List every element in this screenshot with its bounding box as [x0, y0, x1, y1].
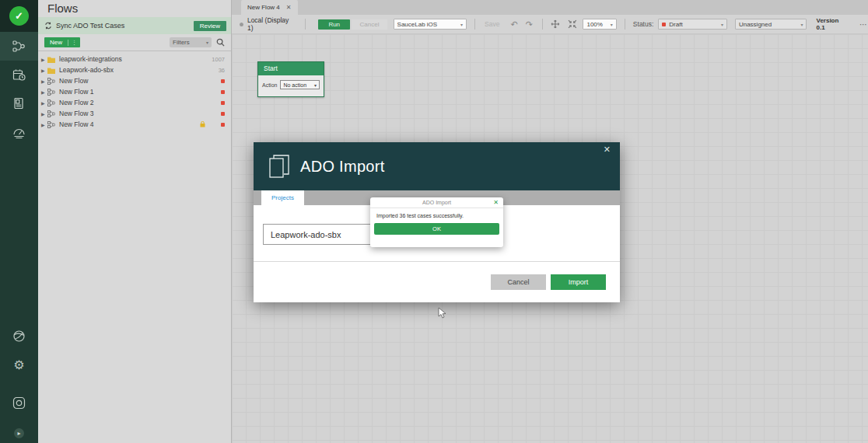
- lock-icon: [200, 121, 205, 127]
- status-label: Status:: [633, 20, 653, 28]
- flow-icon: [47, 89, 55, 96]
- flows-icon: [12, 40, 26, 53]
- close-dialog-icon[interactable]: ✕: [493, 199, 499, 206]
- ok-button[interactable]: OK: [374, 223, 499, 235]
- device-dropdown-value: SauceLab iOS: [397, 21, 438, 28]
- sidebar-item-dashboard[interactable]: [0, 118, 38, 147]
- run-button[interactable]: Run: [318, 19, 350, 30]
- caret-icon[interactable]: ▶: [41, 89, 47, 95]
- sync-banner: Sync ADO Test Cases Review: [38, 17, 231, 34]
- zoom-dropdown[interactable]: 100% ▾: [583, 19, 616, 30]
- folder-icon: [47, 67, 55, 74]
- dialog-header: ADO Import ✕: [370, 197, 503, 208]
- tree-item-new-flow-4[interactable]: ▶ New Flow 4: [38, 119, 231, 130]
- divider: [474, 19, 475, 30]
- sync-banner-label: Sync ADO Test Cases: [56, 22, 194, 30]
- caret-icon[interactable]: ▶: [41, 111, 47, 117]
- sidebar-item-settings[interactable]: ⚙: [0, 351, 38, 379]
- chevron-down-icon: ▾: [721, 22, 723, 27]
- caret-icon[interactable]: ▶: [41, 122, 47, 127]
- device-dropdown[interactable]: SauceLab iOS ▾: [394, 19, 467, 30]
- caret-icon[interactable]: ▶: [41, 57, 47, 62]
- cancel-run-button[interactable]: Cancel: [352, 19, 387, 30]
- sidebar-item-recorder[interactable]: [0, 389, 38, 417]
- status-value: Draft: [669, 21, 682, 28]
- app-window: ✓: [0, 0, 868, 443]
- sidebar-item-agents[interactable]: [0, 322, 38, 351]
- caret-icon[interactable]: ▶: [41, 78, 47, 84]
- dialog-message: Imported 36 test cases successfully.: [370, 208, 503, 218]
- review-button[interactable]: Review: [194, 21, 226, 31]
- start-block-title: Start: [258, 62, 324, 75]
- tree-item-new-flow-2[interactable]: ▶ New Flow 2: [38, 97, 231, 108]
- tree-item-new-flow-3[interactable]: ▶ New Flow 3: [38, 108, 231, 119]
- undo-icon[interactable]: ↶: [510, 20, 517, 29]
- tree-item-leapwork-integrations[interactable]: ▶ leapwork-integrations 1007: [38, 54, 231, 65]
- chevron-down-icon: ▾: [460, 22, 463, 27]
- sidebar-item-schedule[interactable]: [0, 61, 38, 89]
- filters-label: Filters: [173, 39, 190, 46]
- modal-import-button[interactable]: Import: [551, 274, 606, 290]
- tab-projects[interactable]: Projects: [261, 190, 304, 205]
- start-block[interactable]: Start Action No action ▾: [257, 61, 324, 97]
- leapwork-logo[interactable]: ✓: [0, 0, 38, 32]
- modal-footer: Cancel Import: [254, 262, 620, 302]
- new-flow-button-label: New: [44, 39, 68, 46]
- chevron-right-icon: ▸: [17, 430, 20, 437]
- more-menu-button[interactable]: ⋯: [859, 20, 868, 29]
- status-dot: [221, 90, 225, 94]
- tree-item-leapwork-ado-sbx[interactable]: ▶ Leapwork-ado-sbx 36: [38, 65, 231, 75]
- filters-dropdown[interactable]: Filters ▾: [170, 37, 212, 47]
- pan-icon[interactable]: [551, 19, 560, 29]
- flow-icon: [47, 121, 55, 128]
- action-dropdown[interactable]: No action ▾: [280, 80, 320, 89]
- start-block-body: Action No action ▾: [258, 75, 324, 89]
- new-flow-button[interactable]: New ⋮: [44, 37, 80, 47]
- tab-new-flow-4[interactable]: New Flow 4 ✕: [241, 0, 298, 15]
- sync-icon: [44, 22, 52, 30]
- close-modal-icon[interactable]: ✕: [604, 145, 611, 155]
- tree-item-new-flow[interactable]: ▶ New Flow: [38, 75, 231, 86]
- modal-cancel-button[interactable]: Cancel: [491, 274, 546, 290]
- fit-to-screen-icon[interactable]: [568, 19, 577, 29]
- flow-icon: [47, 78, 55, 85]
- flow-toolbar: Local (Display 1) Run Cancel SauceLab iO…: [232, 15, 868, 34]
- status-dot: [221, 79, 225, 83]
- close-tab-icon[interactable]: ✕: [286, 4, 292, 11]
- status-dropdown[interactable]: Draft ▾: [658, 19, 727, 30]
- sidebar-item-reports[interactable]: [0, 89, 38, 118]
- expand-sidebar-button[interactable]: ▸: [14, 428, 24, 438]
- sidebar-item-flows[interactable]: [0, 32, 38, 61]
- caret-icon[interactable]: ▶: [41, 68, 47, 73]
- report-document-icon: [12, 97, 26, 110]
- version-label: Version 0.1: [816, 17, 849, 31]
- calendar-clock-icon: [12, 68, 26, 82]
- save-button[interactable]: Save: [485, 20, 499, 28]
- environment-status-icon: [240, 23, 243, 26]
- chevron-down-icon: ▾: [611, 22, 613, 27]
- check-logo-icon: ✓: [9, 6, 29, 26]
- caret-icon[interactable]: ▶: [41, 100, 47, 106]
- draft-status-icon: [662, 23, 666, 26]
- new-flow-menu-icon[interactable]: ⋮: [68, 40, 80, 46]
- chevron-down-icon: ▾: [314, 82, 317, 88]
- search-icon[interactable]: [216, 38, 225, 47]
- flow-icon: [47, 110, 55, 117]
- flows-panel: Flows Sync ADO Test Cases Review New ⋮ F…: [38, 0, 232, 443]
- mouse-cursor: [438, 307, 447, 319]
- status-dot: [221, 112, 225, 116]
- gear-icon: ⚙: [13, 359, 24, 371]
- action-label: Action: [262, 82, 277, 88]
- globe-icon: [12, 330, 26, 343]
- divider: [625, 19, 625, 30]
- page-title: Flows: [38, 0, 231, 17]
- tab-label: New Flow 4: [247, 4, 280, 11]
- assignee-dropdown[interactable]: Unassigned ▾: [735, 19, 807, 30]
- assignee-value: Unassigned: [739, 21, 772, 28]
- recorder-icon: [12, 396, 26, 410]
- redo-icon[interactable]: ↷: [526, 20, 533, 29]
- pages-icon: [269, 154, 289, 179]
- gauge-icon: [12, 126, 26, 139]
- environment-label[interactable]: Local (Display 1): [247, 16, 296, 32]
- tree-item-new-flow-1[interactable]: ▶ New Flow 1: [38, 86, 231, 97]
